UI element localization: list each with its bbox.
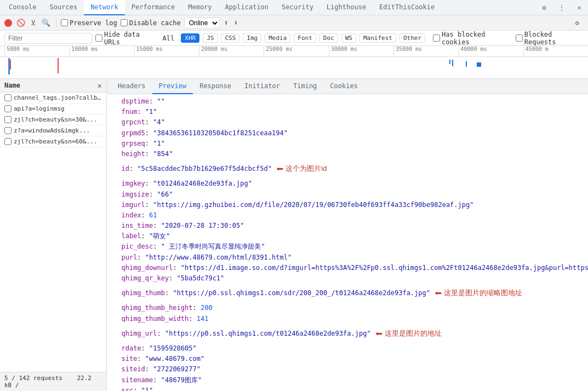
tab-cookies[interactable]: Cookies (323, 79, 364, 94)
filter-all[interactable]: All (159, 34, 178, 43)
filter-media[interactable]: Media (265, 33, 290, 43)
json-line-imgurl: imgurl: "https://img.gzhuibei.com/d/file… (113, 200, 581, 210)
item-checkbox-1[interactable] (4, 94, 12, 101)
item-name-4: z?a=windowAds&imgk... (14, 127, 102, 134)
json-line-qhimg-thumb-width: qhimg_thumb_width: 141 (113, 314, 581, 324)
filter-font[interactable]: Font (294, 33, 316, 43)
name-column-header: Name (4, 82, 20, 89)
clear-icon[interactable]: 🚫 (15, 18, 26, 28)
hide-data-urls-checkbox[interactable]: Hide data URLs (95, 31, 156, 46)
arrow-id: ⬅ (276, 159, 283, 179)
json-line-dsptime: dsptime: "" (113, 96, 581, 107)
toolbar-right: ⚙ (570, 16, 584, 30)
download-icon[interactable]: ⬇ (232, 18, 239, 28)
filter-input[interactable] (4, 33, 92, 44)
list-item[interactable]: z?a=windowAds&imgk... (0, 125, 106, 136)
record-button[interactable] (4, 19, 12, 27)
tab-network[interactable]: Network (84, 0, 125, 15)
json-line-siteid: siteid: "2722069277" (113, 364, 581, 375)
json-line-site: site: "www.48679.com" (113, 354, 581, 364)
item-checkbox-3[interactable] (4, 116, 12, 123)
timeline-mark-9: 45000 m (523, 46, 588, 56)
network-list: Name ✕ channel_tags.json?callb... api?a=… (0, 79, 107, 391)
network-list-header: Name ✕ (0, 79, 106, 93)
tab-sources[interactable]: Sources (43, 0, 84, 15)
search-icon[interactable]: 🔍 (41, 18, 52, 28)
list-item[interactable]: zjl?ch=beauty&sn=30&... (0, 114, 106, 125)
close-icon[interactable]: ✕ (573, 1, 586, 14)
list-item[interactable]: api?a=loginmsg (0, 104, 106, 114)
detail-tabs: Headers Preview Response Initiator Timin… (107, 79, 588, 94)
list-item[interactable]: zjl?ch=beauty&sn=60&... (0, 136, 106, 147)
json-line-imgkey: imgkey: "t01246a2468e2de93fa.jpg" (113, 179, 581, 189)
tab-response[interactable]: Response (193, 79, 238, 94)
timeline-ruler: 5000 ms 10000 ms 15000 ms 20000 ms 25000… (0, 46, 588, 57)
preserve-log-checkbox[interactable]: Preserve log (61, 19, 117, 27)
network-toolbar: 🚫 ⊻ 🔍 Preserve log Disable cache Online … (0, 15, 588, 31)
timeline-mark-2: 10000 ms (69, 46, 134, 56)
json-line-qhimg-url: qhimg_url: "https://p0.ssl.qhimgs1.com/t… (113, 329, 371, 339)
more-icon[interactable]: ⋮ (555, 1, 568, 14)
tab-console[interactable]: Console (2, 0, 43, 15)
json-line-qhimg-qr-key: qhimg_qr_key: "5ba5dc79c1" (113, 273, 581, 284)
timeline-mark-4: 20000 ms (199, 46, 264, 56)
tab-preview[interactable]: Preview (152, 79, 193, 94)
filter-bar: Hide data URLs All XHR JS CSS Img Media … (0, 31, 588, 46)
list-item[interactable]: channel_tags.json?callb... (0, 93, 106, 104)
settings-icon[interactable]: ⚙ (538, 1, 551, 14)
json-line-id-container: id: "5c58acddec7bb7b1629e67f5d4cbcf5d" ⬅… (113, 159, 581, 179)
json-line-src: src: "1" (113, 386, 581, 391)
close-panel-icon[interactable]: ✕ (98, 81, 102, 90)
blocked-requests-checkbox[interactable]: Blocked Requests (516, 31, 584, 46)
filter-icon[interactable]: ⊻ (30, 18, 37, 28)
json-line-qhimg-thumb: qhimg_thumb: "https://p0.ssl.qhimgs1.com… (113, 288, 430, 298)
tab-timing[interactable]: Timing (287, 79, 323, 94)
tab-memory[interactable]: Memory (181, 0, 218, 15)
network-footer: 5 / 142 requests 22.2 kB / (0, 372, 106, 391)
filter-img[interactable]: Img (243, 33, 261, 43)
tl-blue-box (477, 62, 481, 67)
filter-manifest[interactable]: Manifest (359, 33, 396, 43)
filter-other[interactable]: Other (399, 33, 425, 43)
filter-xhr[interactable]: XHR (181, 33, 199, 43)
throttle-select[interactable]: Online (184, 18, 220, 28)
json-line-imgsize: imgsize: "66" (113, 189, 581, 200)
main-content: Name ✕ channel_tags.json?callb... api?a=… (0, 79, 588, 391)
json-line-thumb-container: qhimg_thumb: "https://p0.ssl.qhimgs1.com… (113, 284, 581, 303)
detail-content[interactable]: dsptime: "" fnum: "1" grpcnt: "4" grpmd5… (107, 94, 588, 391)
has-blocked-cookies-checkbox[interactable]: Has blocked cookies (433, 31, 512, 46)
tab-initiator[interactable]: Initiator (238, 79, 287, 94)
filter-js[interactable]: JS (203, 33, 218, 43)
item-checkbox-4[interactable] (4, 127, 12, 134)
annotation-id: 这个为图片id (286, 163, 327, 175)
tab-editthiscookie[interactable]: EditThisCookie (373, 0, 441, 15)
timeline-mark-1: 5000 ms (4, 46, 69, 56)
timeline-bars (0, 57, 588, 79)
filter-ws[interactable]: WS (341, 33, 356, 43)
item-checkbox-2[interactable] (4, 105, 12, 112)
json-line-label: label: "萌女" (113, 231, 581, 242)
filter-css[interactable]: CSS (221, 33, 239, 43)
json-line-ins-time: ins_time: "2020-07-28 17:30:05" (113, 221, 581, 231)
toolbar-settings-icon[interactable]: ⚙ (570, 16, 584, 30)
json-line-sitename: sitename: "48679图库" (113, 375, 581, 386)
json-line-grpmd5: grpmd5: "38436536110320504bc1f8251ceaa19… (113, 128, 581, 139)
list-spacer (0, 147, 106, 372)
annotation-url-block: 这里是图片的地址 (385, 328, 442, 340)
json-line-grpcnt: grpcnt: "4" (113, 117, 581, 128)
timeline: 5000 ms 10000 ms 15000 ms 20000 ms 25000… (0, 46, 588, 79)
disable-cache-checkbox[interactable]: Disable cache (121, 19, 181, 27)
tab-lighthouse[interactable]: Lighthouse (320, 0, 373, 15)
item-name-5: zjl?ch=beauty&sn=60&... (14, 138, 102, 145)
tab-headers[interactable]: Headers (111, 79, 152, 94)
tab-performance[interactable]: Performance (125, 0, 181, 15)
tl-bar-2 (10, 60, 11, 70)
tab-security[interactable]: Security (275, 0, 320, 15)
top-tab-bar: Console Sources Network Performance Memo… (0, 0, 588, 15)
upload-icon[interactable]: ⬆ (223, 18, 230, 28)
tl-blue-1 (449, 60, 450, 64)
filter-doc[interactable]: Doc (319, 33, 338, 43)
tab-application[interactable]: Application (219, 0, 275, 15)
item-checkbox-5[interactable] (4, 138, 12, 145)
json-line-purl: purl: "http://www.48679.com/html/8391.ht… (113, 252, 581, 263)
